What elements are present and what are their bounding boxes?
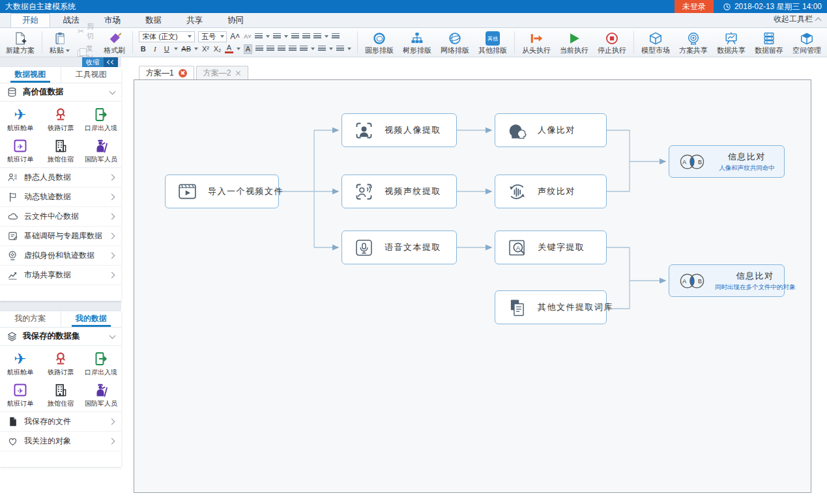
flow-node-info-compare-1[interactable]: 信息比对 人像和声纹共同命中 (669, 145, 785, 178)
font-name-select[interactable]: 宋体 (正文) (139, 31, 195, 42)
align-right-icon[interactable] (278, 46, 285, 52)
border-icon[interactable] (336, 46, 344, 52)
heart-icon (7, 436, 18, 447)
run-current-button[interactable]: 当前执行 (555, 29, 593, 55)
dataset-hotel-stay[interactable]: 旅馆住宿 (40, 379, 81, 410)
cut-button[interactable]: ✂ 剪切 (78, 21, 96, 41)
align-left-icon[interactable] (255, 46, 263, 52)
flow-node-video-face-extract[interactable]: 视频人像提取 (341, 113, 457, 147)
dataset-hotel-stay[interactable]: 旅馆住宿 (40, 135, 81, 166)
flow-node-face-compare[interactable]: 人像比对 (495, 113, 607, 147)
data-retention-button[interactable]: 数据留存 (750, 29, 788, 55)
flow-node-other-file-lexicon[interactable]: 其他文件提取词库 (495, 290, 607, 324)
flow-node-keyword-extract[interactable]: 关键字提取 (495, 231, 607, 264)
ribbon-tab-share[interactable]: 共享 (175, 13, 214, 27)
strikethrough-button[interactable]: AB (181, 44, 191, 54)
sidebar-item-dynamic-track-data[interactable]: 动态轨迹数据 (0, 188, 121, 207)
collapse-toolbar-button[interactable]: 收起工具栏 (774, 14, 820, 27)
section-saved-datasets[interactable]: 我保存的数据集 (0, 328, 121, 346)
ribbon-tab-collaboration[interactable]: 协同 (216, 13, 255, 27)
sidebar-item-followed-objects[interactable]: 我关注的对象 (0, 432, 121, 451)
dataset-flight-order[interactable]: 航班订单 (0, 135, 40, 166)
bold-button[interactable]: B (139, 44, 147, 54)
increase-indent-icon[interactable] (302, 33, 310, 40)
caret-down-icon (66, 49, 70, 54)
shading-button[interactable]: A (244, 44, 252, 54)
other-layout-button[interactable]: 其他 其他排版 (474, 29, 512, 55)
close-tab-icon[interactable] (235, 70, 241, 76)
run-from-start-button[interactable]: 从头执行 (517, 29, 555, 55)
sidebar-item-virtual-identity-data[interactable]: 虚拟身份和轨迹数据 (0, 246, 121, 266)
fill-color-icon[interactable] (318, 46, 326, 52)
dataset-military-personnel[interactable]: 国防军人员 (81, 135, 121, 166)
dataset-border-entry-exit[interactable]: 口岸出入境 (81, 104, 121, 135)
space-management-button[interactable]: 空间管理 (788, 29, 826, 55)
heads-compare-icon (506, 120, 528, 141)
ribbon-tab-start[interactable]: 开始 (10, 13, 50, 27)
run-from-start-icon (529, 31, 544, 46)
font-size-select[interactable]: 五号 (198, 31, 227, 42)
bullet-list-icon[interactable] (255, 33, 263, 40)
stop-button[interactable]: 停止执行 (593, 29, 631, 55)
dataset-railway-ticket[interactable]: 铁路订票 (40, 348, 81, 379)
circle-layout-button[interactable]: 圆形排版 (360, 29, 398, 55)
chevron-right-icon (109, 419, 115, 425)
decrease-indent-icon[interactable] (291, 33, 299, 40)
italic-button[interactable]: I (151, 44, 159, 54)
sidebar-item-saved-files[interactable]: 我保存的文件 (0, 412, 121, 432)
tree-layout-button[interactable]: 树形排版 (398, 29, 436, 55)
dataset-flight-order[interactable]: 航班订单 (0, 379, 40, 410)
dataset-border-entry-exit[interactable]: 口岸出入境 (81, 348, 121, 379)
flow-canvas[interactable]: 导入一个视频文件 视频人像提取 视频声纹提取 语音文本提取 人像比对 声纹比对 … (134, 79, 811, 493)
close-tab-icon[interactable] (179, 69, 187, 77)
hotel-icon (53, 138, 68, 154)
align-center-icon[interactable] (267, 46, 274, 52)
tab-tool-view[interactable]: 工具视图 (61, 67, 122, 83)
new-plan-button[interactable]: 新建方案 (1, 29, 39, 55)
clipboard-group: 粘贴 ✂ 剪切 复制 格式刷 (45, 29, 130, 55)
tab-my-data[interactable]: 我的数据 (61, 311, 122, 327)
dataset-military-personnel[interactable]: 国防军人员 (81, 379, 121, 410)
sidebar-item-static-person-data[interactable]: 静态人员数据 (0, 168, 121, 188)
data-share-button[interactable]: 数据共享 (712, 29, 750, 55)
sidebar-item-research-library-data[interactable]: 基础调研与专题库数据 (0, 227, 121, 246)
sidebar-item-market-shared-data[interactable]: 市场共享数据 (0, 266, 121, 285)
sidebar-item-cloud-file-data[interactable]: 云文件中心数据 (0, 207, 121, 227)
ribbon-tab-market[interactable]: 市场 (93, 13, 132, 27)
dataset-flight-manifest[interactable]: ✈ 航班舱单 (0, 348, 40, 379)
canvas-tab-plan-2[interactable]: 方案—2 (196, 66, 249, 79)
grow-font-button[interactable]: A˄ (230, 32, 240, 42)
subscript-button[interactable]: X₂ (213, 44, 222, 54)
dataset-railway-ticket[interactable]: 铁路订票 (40, 104, 81, 135)
canvas-tab-plan-1[interactable]: 方案—1 (139, 66, 194, 79)
section-high-value-data[interactable]: 高价值数据 (0, 83, 121, 102)
tab-data-view[interactable]: 数据视图 (0, 67, 61, 83)
sort-icon[interactable] (313, 33, 321, 40)
ribbon-tab-data[interactable]: 数据 (134, 13, 173, 27)
sidebar-collapse-button[interactable]: 收缩 (82, 57, 118, 67)
justify-icon[interactable] (289, 46, 297, 52)
soldier-icon (93, 382, 109, 398)
tab-my-plans[interactable]: 我的方案 (0, 311, 61, 327)
format-painter-button[interactable]: 格式刷 (99, 29, 130, 55)
flow-node-info-compare-2[interactable]: 信息比对 同时出现在多个文件中的对象 (669, 264, 785, 297)
saved-dataset-grid: ✈ 航班舱单 铁路订票 口岸出入境 航班订单 旅馆住宿 国防军人员 (0, 346, 121, 412)
flow-node-import-video[interactable]: 导入一个视频文件 (165, 175, 279, 208)
superscript-button[interactable]: X² (201, 44, 210, 54)
chevron-down-icon (109, 332, 116, 339)
table-grid-icon[interactable] (332, 33, 340, 40)
plan-share-button[interactable]: 方案共享 (675, 29, 712, 55)
paste-button[interactable]: 粘贴 (45, 29, 74, 55)
shrink-font-button[interactable]: A˅ (243, 32, 252, 42)
dataset-flight-manifest[interactable]: ✈ 航班舱单 (0, 104, 40, 135)
network-layout-button[interactable]: 网络排版 (436, 29, 474, 55)
flow-node-voiceprint-compare[interactable]: 声纹比对 (495, 175, 607, 208)
font-color-button[interactable]: A (225, 44, 233, 53)
login-status-badge[interactable]: 未登录 (675, 0, 714, 13)
model-market-button[interactable]: 模型市场 (637, 29, 675, 55)
underline-button[interactable]: U (162, 44, 171, 54)
flow-node-video-voiceprint-extract[interactable]: 视频声纹提取 (341, 175, 457, 208)
numbered-list-icon[interactable] (273, 33, 281, 40)
line-spacing-icon[interactable] (300, 46, 308, 52)
flow-node-speech-text-extract[interactable]: 语音文本提取 (341, 231, 457, 264)
